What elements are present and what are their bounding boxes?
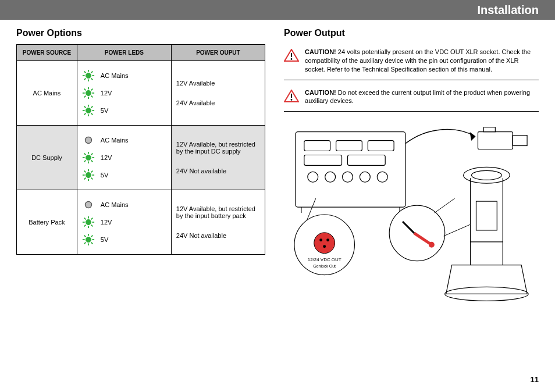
svg-point-23 [389,205,445,261]
genlock-label: Genlock Out [313,264,336,268]
header-bar: Installation [0,0,555,20]
svg-rect-15 [513,136,527,146]
power-output-column: Power Output CAUTION! 24 volts potential… [284,28,539,312]
svg-rect-0 [296,132,405,207]
led-label: 5V [101,107,108,114]
svg-rect-16 [483,127,495,132]
power-output-value: 12V Available [176,80,260,87]
caution-block: CAUTION! 24 volts potentially present on… [284,44,539,80]
svg-point-24 [429,242,435,248]
led-on-icon [82,233,95,246]
led-row: 5V [82,233,166,246]
page-title: Installation [477,3,539,17]
led-label: AC Mains [101,137,129,144]
led-label: AC Mains [101,72,129,79]
table-header-leds: POWER LEDS [77,45,171,61]
table-row: AC MainsAC Mains12V5V12V Available24V Av… [17,61,265,126]
led-label: 12V [101,154,112,161]
svg-point-6 [308,172,318,183]
led-label: 5V [101,236,108,243]
led-row: 5V [82,104,166,117]
power-options-column: Power Options POWER SOURCE POWER LEDS PO… [16,28,265,312]
table-row: DC SupplyAC Mains12V5V12V Available, but… [17,126,265,190]
table-header-output: POWER OUPUT [171,45,265,61]
warning-icon [284,90,299,102]
caution-text: CAUTION! 24 volts potentially present on… [305,48,539,74]
power-output-value: 24V Available [176,99,260,106]
power-output-heading: Power Output [284,28,539,38]
led-off-icon [82,134,95,147]
power-output-cell: 12V Available, but restricted by the inp… [171,126,265,190]
svg-point-19 [319,239,322,242]
led-label: 12V [101,219,112,226]
svg-point-7 [325,172,336,183]
warning-icon [284,49,299,62]
page-number: 11 [531,375,539,384]
table-row: Battery PackAC Mains12V5V12V Available, … [17,190,265,255]
power-output-value: 12V Available, but restricted by the inp… [176,141,260,155]
led-on-icon [82,87,95,99]
led-row: 12V [82,151,166,164]
power-leds-cell: AC Mains12V5V [77,61,171,126]
svg-point-27 [472,171,502,180]
led-label: AC Mains [101,201,129,208]
svg-rect-14 [478,132,513,149]
svg-rect-2 [336,141,362,151]
page-body: Power Options POWER SOURCE POWER LEDS PO… [0,20,555,312]
svg-rect-4 [304,155,342,166]
vdc-out-label: 12/24 VDC OUT [308,257,341,262]
svg-rect-1 [304,141,330,151]
led-label: 5V [101,172,108,179]
svg-rect-5 [348,155,386,166]
power-leds-cell: AC Mains12V5V [77,190,171,255]
caution-text: CAUTION! Do not exceed the current outpu… [305,88,539,106]
power-output-value: 24V Not available [176,232,260,239]
power-output-value: 24V Not available [176,168,260,174]
svg-line-30 [444,224,471,236]
svg-line-25 [435,198,455,213]
svg-point-10 [377,172,387,183]
led-row: AC Mains [82,134,166,147]
led-on-icon [82,151,95,164]
led-on-icon [82,104,95,117]
svg-marker-13 [471,133,475,140]
power-output-cell: 12V Available24V Available [171,61,265,126]
svg-point-21 [323,245,326,248]
svg-point-20 [326,239,329,242]
svg-point-9 [360,172,370,183]
power-options-table: POWER SOURCE POWER LEDS POWER OUPUT AC M… [16,44,265,255]
caution-block: CAUTION! Do not exceed the current outpu… [284,85,539,112]
led-on-icon [82,216,95,229]
svg-rect-28 [476,201,497,230]
led-row: 5V [82,169,166,181]
led-label: 12V [101,90,112,97]
power-source-cell: Battery Pack [17,190,77,255]
caution-list: CAUTION! 24 volts potentially present on… [284,44,539,112]
led-row: 12V [82,87,166,99]
led-off-icon [82,198,95,211]
power-output-cell: 12V Available, but restricted by the inp… [171,190,265,255]
power-output-value: 12V Available, but restricted by the inp… [176,205,260,219]
svg-point-8 [343,172,353,183]
power-leds-cell: AC Mains12V5V [77,126,171,190]
power-options-heading: Power Options [16,28,265,38]
led-on-icon [82,69,95,82]
led-on-icon [82,169,95,181]
svg-point-18 [314,233,335,254]
table-header-source: POWER SOURCE [17,45,77,61]
svg-rect-3 [368,141,394,151]
power-source-cell: AC Mains [17,61,77,126]
led-row: AC Mains [82,198,166,211]
power-output-illustration: 12/24 VDC OUT Genlock Out [284,120,539,312]
power-source-cell: DC Supply [17,126,77,190]
led-row: 12V [82,216,166,229]
led-row: AC Mains [82,69,166,82]
